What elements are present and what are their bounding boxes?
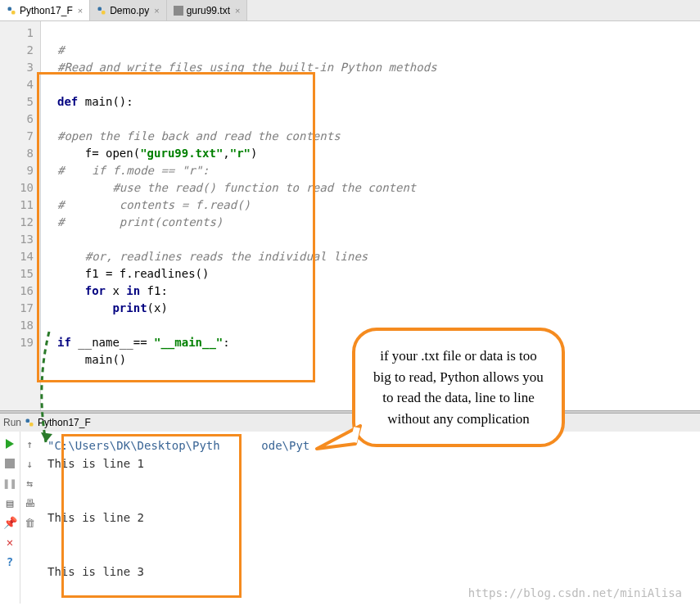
tab-label: guru99.txt <box>187 5 230 16</box>
line-number: 12 <box>0 214 34 231</box>
code-text: : <box>223 336 229 349</box>
code-text: (x) <box>147 301 168 314</box>
console-line: This is line 3 <box>47 565 144 578</box>
python-icon <box>25 418 34 427</box>
svg-rect-0 <box>8 7 12 11</box>
console-line: This is line 1 <box>47 457 144 470</box>
line-number: 13 <box>0 231 34 248</box>
code-text <box>57 284 85 297</box>
code-text: f1: <box>147 284 168 297</box>
close-button[interactable]: ✕ <box>2 535 17 549</box>
console-path: "C:\Users\DK\Desktop\Pyth ode\Pyt <box>47 439 309 452</box>
python-icon <box>97 6 106 16</box>
code-line: # if f.mode == "r": <box>57 164 209 177</box>
line-number: 4 <box>0 76 34 93</box>
stop-button[interactable] <box>2 456 17 471</box>
code-line: #open the file back and read the content… <box>57 129 341 142</box>
line-number: 17 <box>0 300 34 317</box>
pin-button[interactable]: 📌 <box>2 515 17 530</box>
svg-rect-3 <box>102 11 106 15</box>
tab-demo[interactable]: Demo.py × <box>90 0 166 20</box>
print-icon[interactable]: 🖶 <box>23 495 38 510</box>
line-number: 15 <box>0 265 34 283</box>
svg-marker-8 <box>41 432 52 442</box>
annotation-callout: if your .txt file or data is too big to … <box>352 328 565 447</box>
line-number: 8 <box>0 145 34 162</box>
line-number: 14 <box>0 248 34 265</box>
tab-label: Python17_F <box>20 5 73 16</box>
code-text: , <box>223 147 229 160</box>
python-icon <box>7 6 16 16</box>
close-icon[interactable]: × <box>78 6 83 16</box>
close-icon[interactable]: × <box>235 6 240 16</box>
code-line: # print(contents) <box>57 215 223 228</box>
code-line: #Read and write files using the built-in… <box>57 61 437 74</box>
code-line: #or, readlines reads the individual line… <box>57 250 368 263</box>
code-fn: main <box>85 95 113 108</box>
code-line: #use the read() function to read the con… <box>57 181 416 194</box>
code-string: "r" <box>230 147 251 160</box>
line-number: 10 <box>0 179 34 197</box>
code-keyword: for <box>85 284 113 297</box>
tab-python17[interactable]: Python17_F × <box>0 0 90 20</box>
svg-marker-6 <box>6 439 14 449</box>
code-builtin: print <box>112 301 147 314</box>
line-number: 11 <box>0 197 34 214</box>
line-number: 16 <box>0 283 34 300</box>
code-keyword: def <box>57 95 85 108</box>
code-string: "guru99.txt" <box>140 147 223 160</box>
line-number: 19 <box>0 334 34 351</box>
code-string: "__main__" <box>154 336 223 349</box>
svg-rect-4 <box>26 419 30 423</box>
svg-rect-1 <box>11 11 16 15</box>
watermark-text: https://blog.csdn.net/miniAlisa <box>468 586 682 599</box>
trash-icon[interactable]: 🗑 <box>23 515 38 530</box>
code-text: x <box>112 284 126 297</box>
code-line: f1 = f.readlines() <box>57 267 209 280</box>
run-button[interactable] <box>2 436 17 451</box>
code-builtin: open <box>106 147 133 160</box>
run-label: Run <box>3 417 21 428</box>
line-number: 7 <box>0 128 34 145</box>
code-text: ( <box>133 147 140 160</box>
code-text: ) <box>251 147 257 160</box>
line-number: 5 <box>0 93 34 111</box>
line-number: 18 <box>0 317 34 334</box>
code-keyword: in <box>126 284 147 297</box>
text-file-icon <box>174 6 183 16</box>
tab-label: Demo.py <box>110 5 149 16</box>
line-number: 9 <box>0 162 34 179</box>
code-line: # contents = f.read() <box>57 198 251 211</box>
pause-button[interactable]: ❚❚ <box>2 476 17 491</box>
console-output[interactable]: "C:\Users\DK\Desktop\Pyth ode\Pyt This i… <box>39 432 700 604</box>
code-editor[interactable]: 1 2 3 4 5 6 7 8 9 10 11 12 13 14 15 16 1… <box>0 21 700 410</box>
svg-rect-2 <box>98 7 102 11</box>
layout-button[interactable]: ▤ <box>2 495 17 510</box>
code-text <box>57 301 112 314</box>
callout-text: if your .txt file or data is too big to … <box>352 328 565 447</box>
console-line: This is line 2 <box>47 511 144 524</box>
code-line: # <box>57 43 64 57</box>
svg-rect-5 <box>29 423 34 427</box>
svg-rect-7 <box>5 459 15 468</box>
code-keyword: if <box>57 336 78 349</box>
tab-guru99[interactable]: guru99.txt × <box>167 0 248 20</box>
close-icon[interactable]: × <box>154 6 159 16</box>
code-text: (): <box>112 95 133 108</box>
code-line: main() <box>57 353 126 366</box>
code-text: __name__== <box>78 336 154 349</box>
line-number: 6 <box>0 111 34 128</box>
line-number: 1 <box>0 25 34 42</box>
code-text: f= <box>57 147 106 160</box>
help-button[interactable]: ? <box>2 554 17 569</box>
callout-tail-icon <box>313 409 362 459</box>
annotation-arrow <box>34 328 59 459</box>
line-number: 3 <box>0 59 34 76</box>
run-toolbar-left: ❚❚ ▤ 📌 ✕ ? <box>0 432 20 604</box>
line-number: 2 <box>0 42 34 59</box>
wrap-icon[interactable]: ⇆ <box>23 476 38 491</box>
tab-bar: Python17_F × Demo.py × guru99.txt × <box>0 0 700 21</box>
